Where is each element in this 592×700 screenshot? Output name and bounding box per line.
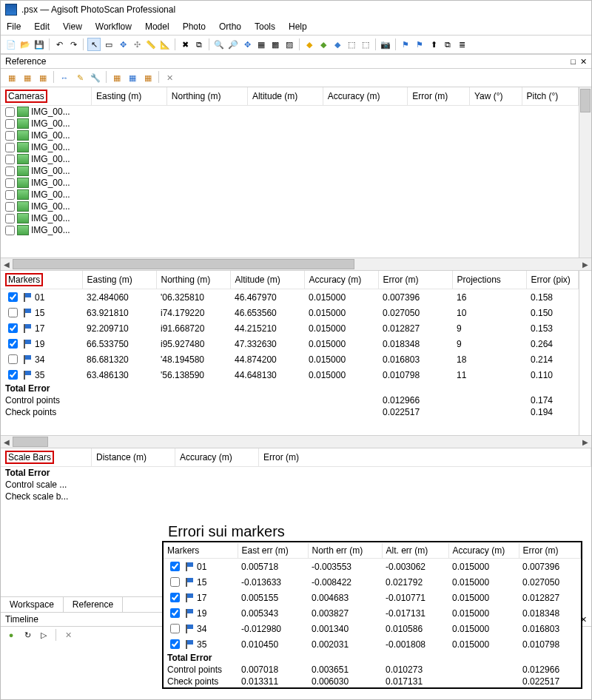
camera-checkbox[interactable]: [5, 119, 15, 129]
flag1-icon[interactable]: ⚑: [400, 38, 411, 50]
hdr-accuracy[interactable]: Accuracy (m): [323, 87, 408, 106]
hdr-distance[interactable]: Distance (m): [92, 448, 175, 467]
marker-checkbox[interactable]: [8, 308, 18, 317]
ov-hdr-acc[interactable]: Accuracy (m): [448, 543, 519, 559]
camera-checkbox[interactable]: [5, 166, 15, 176]
camera-row[interactable]: IMG_00...: [1, 141, 579, 153]
marker-row[interactable]: 35 63.486130'56.13859044.648130 0.015000…: [1, 367, 579, 383]
camera-row[interactable]: IMG_00...: [1, 177, 579, 189]
marker-checkbox[interactable]: [8, 292, 18, 302]
menu-tools[interactable]: Tools: [253, 20, 277, 33]
show2-icon[interactable]: ◆: [317, 38, 329, 50]
zoom-out-icon[interactable]: 🔎: [227, 38, 239, 50]
hdr-error[interactable]: Error (m): [408, 87, 470, 106]
menu-file[interactable]: File: [5, 20, 22, 33]
camera-row[interactable]: IMG_00...: [1, 118, 579, 129]
show1-icon[interactable]: ◆: [303, 38, 315, 50]
camera-icon[interactable]: 📷: [380, 38, 391, 50]
show4-icon[interactable]: ⬚: [346, 38, 357, 50]
hdr-error[interactable]: Error (m): [259, 448, 591, 467]
ov-hdr-err[interactable]: Error (m): [519, 543, 581, 559]
ref-tb-10-icon[interactable]: ✕: [163, 71, 176, 84]
ref-tb-7-icon[interactable]: ▦: [110, 71, 124, 84]
camera-row[interactable]: IMG_00...: [1, 201, 579, 212]
export2-icon[interactable]: ⧉: [442, 38, 454, 50]
markers-hscroll[interactable]: ◀▶: [1, 435, 591, 448]
overlay-row[interactable]: 34 -0.0129800.0013400.0105860.0150000.01…: [164, 621, 581, 636]
hdr-yaw[interactable]: Yaw (°): [469, 87, 522, 106]
rect-select-icon[interactable]: ▭: [103, 38, 115, 50]
menu-model[interactable]: Model: [144, 20, 171, 33]
arrow-icon[interactable]: ↖: [87, 38, 101, 51]
flag2-icon[interactable]: ⚑: [414, 38, 426, 50]
tl-loop-icon[interactable]: ↻: [21, 629, 33, 641]
ref-tb-4-icon[interactable]: ↔: [58, 71, 71, 84]
camera-checkbox[interactable]: [5, 155, 15, 164]
grid2-icon[interactable]: ▩: [269, 38, 281, 50]
marker-row[interactable]: 15 63.921810i74.17922046.653560 0.015000…: [1, 305, 579, 320]
camera-checkbox[interactable]: [5, 190, 15, 200]
grid1-icon[interactable]: ▦: [255, 38, 267, 50]
overlay-checkbox[interactable]: [170, 624, 180, 633]
hdr-northing[interactable]: Northing (m): [166, 87, 247, 106]
ref-tb-8-icon[interactable]: ▦: [126, 71, 139, 84]
pan-icon[interactable]: ✥: [241, 38, 253, 50]
delete-icon[interactable]: ✖: [179, 38, 191, 50]
menu-ortho[interactable]: Ortho: [218, 20, 243, 33]
export1-icon[interactable]: ⬆: [428, 38, 440, 50]
show5-icon[interactable]: ⬚: [360, 38, 371, 50]
ref-tb-5-icon[interactable]: ✎: [73, 71, 87, 84]
open-icon[interactable]: 📂: [19, 38, 31, 50]
overlay-row[interactable]: 01 0.005718-0.003553-0.0030620.0150000.0…: [164, 559, 581, 575]
camera-row[interactable]: IMG_00...: [1, 189, 579, 201]
marker-row[interactable]: 01 32.484060'06.32581046.467970 0.015000…: [1, 289, 579, 306]
overlay-row[interactable]: 35 0.0104500.002031-0.0018080.0150000.01…: [164, 636, 581, 652]
overlay-checkbox[interactable]: [170, 639, 180, 649]
tl-settings-icon[interactable]: ✕: [62, 629, 74, 641]
ov-hdr-east[interactable]: East err (m): [238, 543, 308, 559]
camera-checkbox[interactable]: [5, 143, 15, 152]
hdr-pitch[interactable]: Pitch (°): [522, 87, 578, 106]
overlay-row[interactable]: 17 0.0051550.004683-0.0107710.0150000.01…: [164, 590, 581, 605]
menu-view[interactable]: View: [61, 20, 84, 33]
camera-checkbox[interactable]: [5, 226, 15, 235]
hdr-altitude[interactable]: Altitude (m): [247, 87, 323, 106]
crop-icon[interactable]: ⧉: [193, 38, 205, 50]
zoom-in-icon[interactable]: 🔍: [213, 38, 225, 50]
hdr-northing[interactable]: Northing (m): [156, 271, 230, 289]
save-icon[interactable]: 💾: [33, 38, 45, 50]
marker-checkbox[interactable]: [8, 354, 18, 364]
marker-checkbox[interactable]: [8, 339, 18, 349]
ref-tb-1-icon[interactable]: ▦: [5, 71, 18, 84]
show3-icon[interactable]: ◆: [332, 38, 343, 50]
ref-tb-2-icon[interactable]: ▦: [21, 71, 34, 84]
camera-checkbox[interactable]: [5, 107, 15, 117]
camera-checkbox[interactable]: [5, 178, 15, 188]
ref-tb-3-icon[interactable]: ▦: [36, 71, 50, 84]
ov-hdr-north[interactable]: North err (m): [308, 543, 382, 559]
menu-edit[interactable]: Edit: [33, 20, 51, 33]
marker-row[interactable]: 19 66.533750i95.92748047.332630 0.015000…: [1, 336, 579, 351]
new-icon[interactable]: 📄: [5, 38, 17, 50]
hdr-error[interactable]: Error (m): [378, 271, 452, 289]
cameras-vscroll[interactable]: [579, 87, 591, 258]
hdr-errorpix[interactable]: Error (pix): [526, 271, 579, 289]
ov-hdr-alt[interactable]: Alt. err (m): [382, 543, 448, 559]
hdr-altitude[interactable]: Altitude (m): [230, 271, 304, 289]
marker-checkbox[interactable]: [8, 323, 18, 333]
redo-icon[interactable]: ↷: [67, 38, 79, 50]
camera-checkbox[interactable]: [5, 214, 15, 223]
move-icon[interactable]: ✥: [117, 38, 129, 50]
markers-vscroll[interactable]: [579, 271, 591, 435]
hdr-accuracy[interactable]: Accuracy (m): [304, 271, 378, 289]
camera-row[interactable]: IMG_00...: [1, 165, 579, 177]
hdr-easting[interactable]: Easting (m): [82, 271, 156, 289]
ov-hdr-markers[interactable]: Markers: [164, 543, 238, 559]
camera-row[interactable]: IMG_00...: [1, 224, 579, 236]
overlay-checkbox[interactable]: [170, 577, 180, 587]
tab-workspace[interactable]: Workspace: [1, 597, 64, 612]
camera-checkbox[interactable]: [5, 202, 15, 212]
pin-icon[interactable]: □: [571, 57, 576, 67]
ruler-icon[interactable]: 📐: [159, 38, 171, 50]
rotate-icon[interactable]: ✣: [131, 38, 143, 50]
